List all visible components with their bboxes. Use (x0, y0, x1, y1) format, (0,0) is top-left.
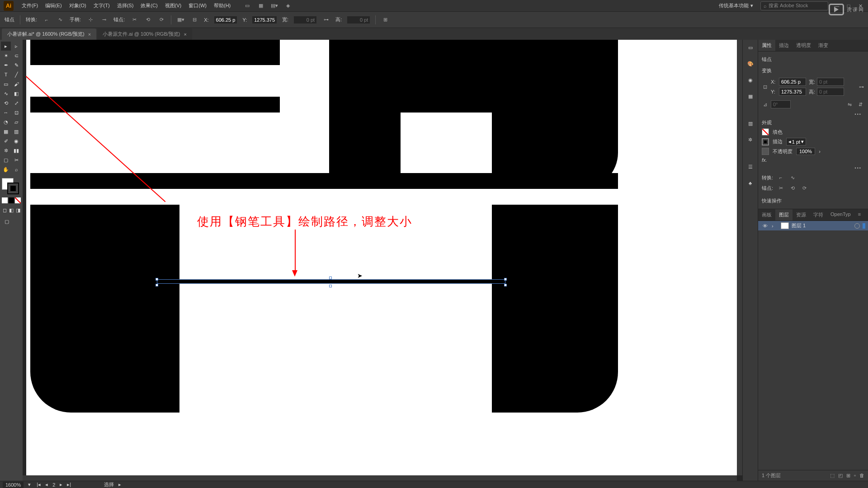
zoom-level[interactable]: 1600% (3, 482, 24, 488)
menu-select[interactable]: 选择(S) (113, 0, 137, 11)
convert-corner2-icon[interactable]: ⌐ (777, 174, 785, 182)
eyedropper-tool[interactable]: ✐ (1, 136, 11, 145)
make-clipping-icon[interactable]: ◰ (838, 473, 843, 479)
anchor-cut-icon[interactable]: ⟳ (157, 16, 165, 24)
tab-transparency[interactable]: 透明度 (793, 40, 815, 51)
anchor-remove2-icon[interactable]: ✂ (777, 184, 785, 192)
w-field[interactable]: 0 pt (294, 16, 316, 23)
link-dimensions-icon[interactable]: ⊶ (858, 82, 864, 92)
align-icon[interactable]: ⊟ (190, 16, 198, 24)
scale-tool[interactable]: ⤢ (11, 99, 21, 108)
anchor-remove-icon[interactable]: ✂ (130, 16, 138, 24)
fill-swatch-small[interactable] (762, 128, 769, 136)
layer-target-icon[interactable] (854, 223, 860, 229)
fill-stroke-swatch[interactable] (1, 177, 22, 195)
tab-close-icon[interactable]: × (88, 32, 91, 37)
screen-mode-icon[interactable]: ▢ (2, 217, 12, 226)
menu-window[interactable]: 窗口(W) (185, 0, 210, 11)
artboard-nav[interactable]: |◂ ◂ 2 ▸ ▸| (35, 482, 72, 488)
draw-normal-icon[interactable]: ◻ (2, 206, 8, 215)
shape-builder-tool[interactable]: ◔ (1, 117, 11, 127)
first-artboard-icon[interactable]: |◂ (35, 482, 42, 488)
tab-gradient[interactable]: 渐变 (815, 40, 832, 51)
eraser-tool[interactable]: ◧ (11, 89, 21, 98)
prev-artboard-icon[interactable]: ◂ (44, 482, 49, 488)
artboard[interactable]: ➤ 使用【钢笔工具】绘制路径，调整大小 (26, 40, 737, 475)
color-mode-none[interactable] (15, 197, 21, 203)
opacity-swatch[interactable] (762, 148, 769, 155)
opacity-arrow-icon[interactable]: › (819, 149, 821, 154)
menu-help[interactable]: 帮助(H) (210, 0, 234, 11)
canvas-area[interactable]: ➤ 使用【钢笔工具】绘制路径，调整大小 (23, 40, 742, 481)
menu-edit[interactable]: 编辑(E) (42, 0, 66, 11)
convert-corner-icon[interactable]: ⌐ (42, 16, 51, 24)
mesh-tool[interactable]: ▦ (1, 127, 11, 136)
rectangle-tool[interactable]: ▭ (1, 80, 11, 89)
scrollbar-vertical[interactable] (737, 40, 742, 475)
anchor-cut2-icon[interactable]: ⟳ (800, 184, 808, 192)
layer-name[interactable]: 图层 1 (792, 222, 852, 229)
blend-tool[interactable]: ◉ (11, 136, 21, 145)
arrange2-icon[interactable]: ▤▾ (270, 2, 278, 10)
pen-tool[interactable]: ✒ (1, 61, 11, 70)
layer-row[interactable]: 👁 › 图层 1 (758, 221, 868, 230)
x-input[interactable] (779, 78, 806, 86)
stroke-swatch[interactable] (7, 183, 19, 194)
scrollbar-horizontal[interactable] (23, 475, 737, 481)
free-transform-tool[interactable]: ⊡ (11, 108, 21, 117)
convert-smooth-icon[interactable]: ∿ (56, 16, 64, 24)
h-field[interactable]: 0 pt (347, 16, 370, 23)
search-input[interactable]: ⌕搜索 Adobe Stock (760, 1, 828, 10)
draw-inside-icon[interactable]: ◨ (15, 206, 21, 215)
dock-brushes-icon[interactable]: ▥ (745, 118, 755, 128)
slice-tool[interactable]: ✂ (11, 155, 21, 164)
flip-h-icon[interactable]: ⇋ (845, 100, 854, 108)
column-graph-tool[interactable]: ▮▮ (11, 146, 21, 155)
h-input[interactable] (817, 88, 844, 96)
menu-file[interactable]: 文件(F) (18, 0, 42, 11)
hand-tool[interactable]: ✋ (1, 165, 11, 174)
tab-layers[interactable]: 图层 (775, 209, 793, 221)
menu-effect[interactable]: 效果(C) (137, 0, 161, 11)
tab-properties[interactable]: 属性 (758, 40, 775, 51)
tab-stroke[interactable]: 描边 (775, 40, 793, 51)
dock-stroke-icon[interactable]: ☰ (745, 162, 755, 172)
last-artboard-icon[interactable]: ▸| (66, 482, 72, 488)
convert-smooth2-icon[interactable]: ∿ (788, 174, 797, 182)
w-input[interactable] (817, 78, 844, 86)
color-mode-solid[interactable] (2, 197, 8, 203)
width-tool[interactable]: ↔ (1, 108, 11, 117)
tab-close-icon[interactable]: × (184, 32, 186, 37)
selection-tool[interactable]: ▸ (1, 42, 11, 51)
paintbrush-tool[interactable]: 🖌 (11, 80, 21, 89)
symbol-sprayer-tool[interactable]: ✲ (1, 146, 11, 155)
stroke-weight-input[interactable]: ◂1 pt▾ (786, 138, 806, 145)
dock-color-icon[interactable]: 🎨 (745, 59, 755, 69)
zoom-tool[interactable]: ⌕ (11, 165, 21, 174)
dock-libraries-icon[interactable]: ▭ (745, 42, 755, 52)
dock-symbols-icon[interactable]: ✲ (745, 135, 755, 145)
color-mode-gradient[interactable] (9, 197, 14, 203)
panel-menu-icon[interactable]: ≡ (854, 209, 864, 221)
artboard-tool[interactable]: ▢ (1, 155, 11, 164)
close-button[interactable]: ✕ (856, 3, 864, 9)
fx-label[interactable]: fx. (762, 157, 767, 163)
arrange-icon[interactable]: ▦ (257, 2, 265, 10)
bridge-icon[interactable]: ▭ (243, 2, 251, 10)
next-artboard-icon[interactable]: ▸ (58, 482, 64, 488)
link-wh-icon[interactable]: ⊶ (322, 16, 330, 24)
curvature-tool[interactable]: ✎ (11, 61, 21, 70)
line-tool[interactable]: ╱ (11, 70, 21, 79)
tab-active[interactable]: 小暑讲解.ai* @ 1600% (RGB/预览) × (2, 28, 96, 40)
isolate-icon[interactable]: ▦▾ (177, 16, 185, 24)
perspective-tool[interactable]: ▱ (11, 117, 21, 127)
tab-glyphs[interactable]: 字符 (810, 209, 827, 221)
gpu-icon[interactable]: ◈ (284, 2, 292, 10)
menu-type[interactable]: 文字(T) (90, 0, 113, 11)
rotate-tool[interactable]: ⟲ (1, 99, 11, 108)
x-field[interactable]: 606.25 p (214, 16, 237, 23)
anchor-connect-icon[interactable]: ⟲ (144, 16, 152, 24)
menu-view[interactable]: 视图(V) (161, 0, 185, 11)
more-options-icon[interactable]: ••• (762, 165, 864, 171)
maximize-button[interactable]: □ (844, 3, 853, 9)
